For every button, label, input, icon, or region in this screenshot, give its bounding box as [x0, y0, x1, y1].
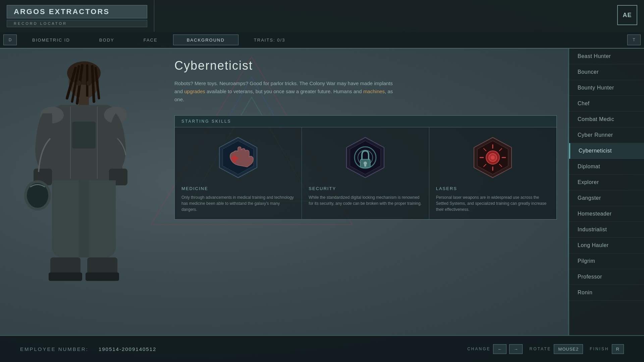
skill-icon-medicine — [215, 134, 262, 181]
change-label: CHANGE — [467, 347, 490, 351]
svg-point-13 — [87, 80, 91, 86]
tab-nav-left[interactable]: D — [3, 35, 17, 45]
rotate-action-group: ROTATE MOUSE2 — [529, 344, 583, 354]
highlight-machines: machines — [363, 88, 385, 94]
tab-nav-right[interactable]: T — [627, 35, 641, 45]
character-silhouette — [20, 55, 148, 329]
sidebar-item-beast-hunter[interactable]: Beast Hunter — [569, 49, 644, 64]
skill-icon-security — [342, 134, 389, 181]
header: ARGOS EXTRACTORS RECORD LOCATOR AE — [0, 0, 644, 32]
sidebar-item-chef[interactable]: Chef — [569, 96, 644, 112]
employee-label: EMPLOYEE NUMBER: — [20, 346, 89, 352]
lasers-hex-icon — [471, 136, 515, 179]
highlight-upgrades: upgrades — [184, 88, 205, 94]
skill-desc-lasers: Personal laser weapons are in widespread… — [436, 194, 550, 213]
background-description: Robots? Mere toys. Neuroamps? Good for p… — [174, 79, 402, 104]
skill-name-medicine: MEDICINE — [181, 186, 208, 191]
rotate-button[interactable]: MOUSE2 — [554, 344, 583, 354]
sidebar-item-cyberneticist[interactable]: Cyberneticist — [569, 143, 644, 159]
skill-icon-lasers — [469, 134, 516, 181]
svg-rect-22 — [49, 273, 82, 281]
svg-rect-20 — [79, 180, 89, 257]
skills-section: STARTING SKILLS — [174, 115, 557, 220]
svg-point-42 — [491, 156, 495, 160]
sidebar-item-professor[interactable]: Professor — [569, 269, 644, 285]
background-name: Cyberneticist — [174, 59, 557, 73]
character-image — [0, 49, 168, 335]
tab-traits[interactable]: TRAITS: 0/3 — [240, 35, 299, 45]
change-prev-button[interactable]: ← — [493, 344, 506, 354]
svg-rect-37 — [364, 164, 366, 167]
skills-grid: MEDICINE Only through advancements in me… — [175, 127, 556, 219]
sidebar-divider — [568, 49, 569, 335]
svg-rect-30 — [231, 157, 238, 160]
sidebar-item-homesteader[interactable]: Homesteader — [569, 206, 644, 222]
tab-biometric-id[interactable]: BIOMETRIC ID — [18, 35, 84, 45]
rotate-label: ROTATE — [529, 347, 551, 351]
sidebar-item-explorer[interactable]: Explorer — [569, 175, 644, 190]
skill-card-medicine: MEDICINE Only through advancements in me… — [175, 127, 302, 219]
skills-header: STARTING SKILLS — [175, 116, 556, 127]
sidebar-item-gangster[interactable]: Gangster — [569, 190, 644, 206]
skill-card-lasers: LASERS Personal laser weapons are in wid… — [429, 127, 556, 219]
svg-line-10 — [92, 66, 94, 102]
finish-action-group: FINISH R — [590, 344, 624, 354]
medicine-hex-icon — [216, 136, 260, 179]
bottom-actions: CHANGE ← → ROTATE MOUSE2 FINISH R — [467, 344, 624, 354]
tab-face[interactable]: FACE — [130, 35, 171, 45]
header-logo-area: ARGOS EXTRACTORS RECORD LOCATOR — [0, 0, 154, 32]
change-next-button[interactable]: → — [509, 344, 523, 354]
employee-number: 190514-2009140512 — [99, 346, 156, 352]
app-title: ARGOS EXTRACTORS — [7, 5, 147, 18]
finish-button[interactable]: R — [612, 344, 624, 354]
sidebar-item-bouncer[interactable]: Bouncer — [569, 64, 644, 80]
background-list-sidebar: Beast Hunter Bouncer Bounty Hunter Chef … — [569, 49, 644, 335]
finish-label: FINISH — [590, 347, 609, 351]
security-hex-icon — [343, 136, 387, 179]
character-area — [0, 49, 168, 335]
skill-desc-medicine: Only through advancements in medical tra… — [181, 194, 295, 213]
tab-bar: D BIOMETRIC ID BODY FACE BACKGROUND TRAI… — [0, 32, 644, 49]
svg-rect-24 — [86, 273, 119, 281]
app-subtitle: RECORD LOCATOR — [7, 20, 147, 27]
skill-desc-security: While the standardized digital locking m… — [309, 194, 422, 206]
sidebar-item-long-hauler[interactable]: Long Hauler — [569, 238, 644, 253]
skill-card-security: SECURITY While the standardized digital … — [302, 127, 429, 219]
sidebar-item-industrialist[interactable]: Industrialist — [569, 222, 644, 238]
sidebar-item-combat-medic[interactable]: Combat Medic — [569, 112, 644, 127]
change-action-group: CHANGE ← → — [467, 344, 523, 354]
ae-logo: AE — [617, 5, 637, 25]
sidebar-item-bounty-hunter[interactable]: Bounty Hunter — [569, 80, 644, 96]
svg-rect-15 — [72, 122, 96, 148]
skill-name-security: SECURITY — [309, 186, 336, 191]
tab-body[interactable]: BODY — [86, 35, 128, 45]
sidebar-item-pilgrim[interactable]: Pilgrim — [569, 253, 644, 269]
sidebar-item-cyber-runner[interactable]: Cyber Runner — [569, 127, 644, 143]
skill-name-lasers: LASERS — [436, 186, 457, 191]
svg-point-12 — [76, 80, 81, 86]
sidebar-item-ronin[interactable]: Ronin — [569, 285, 644, 301]
sidebar-item-diplomat[interactable]: Diplomat — [569, 159, 644, 175]
tab-background[interactable]: BACKGROUND — [173, 35, 238, 45]
bottom-bar: EMPLOYEE NUMBER: 190514-2009140512 CHANG… — [0, 335, 644, 362]
main-content: Cyberneticist Robots? Mere toys. Neuroam… — [164, 49, 567, 335]
